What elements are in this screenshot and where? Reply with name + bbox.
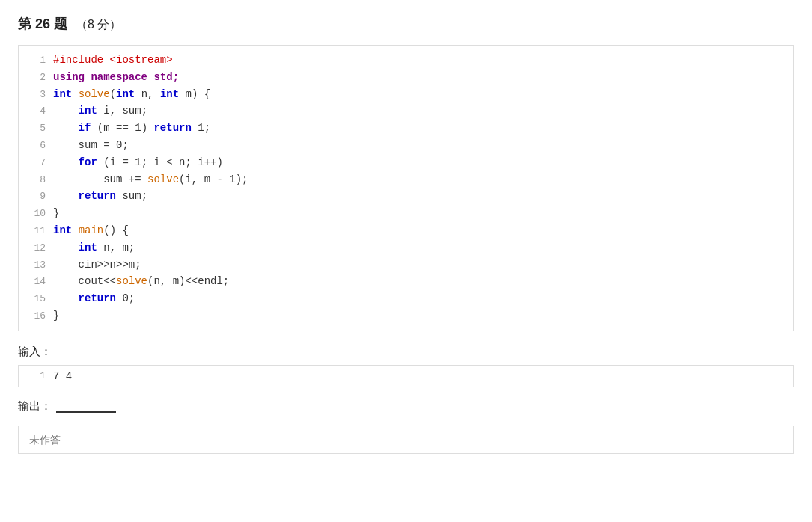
question-title: 第 26 题 （8 分）: [18, 15, 794, 33]
code-line: 14 cout<<solve(n, m)<<endl;: [19, 273, 793, 290]
line-number: 13: [25, 258, 46, 274]
question-number: 第 26 题: [18, 16, 67, 31]
answer-input[interactable]: [18, 426, 794, 454]
line-number: 11: [25, 224, 46, 239]
code-line: 10}: [19, 205, 793, 222]
code-block: 1#include <iostream>2using namespace std…: [18, 45, 794, 331]
code-text: if (m == 1) return 1;: [53, 120, 210, 136]
line-number: 6: [25, 138, 46, 154]
code-text: }: [53, 307, 59, 324]
line-number: 10: [25, 206, 46, 222]
code-line: 1#include <iostream>: [19, 52, 793, 69]
code-line: 15 return 0;: [19, 290, 793, 307]
code-text: using namespace std;: [53, 69, 179, 85]
code-line: 5 if (m == 1) return 1;: [19, 120, 793, 137]
code-text: sum += solve(i, m - 1);: [53, 171, 248, 188]
code-text: return 0;: [53, 290, 135, 307]
code-text: int i, sum;: [53, 102, 147, 119]
line-number: 7: [25, 156, 46, 171]
code-line: 8 sum += solve(i, m - 1);: [19, 171, 793, 188]
code-line: 4 int i, sum;: [19, 102, 793, 120]
line-number: 3: [25, 87, 46, 103]
line-number: 4: [25, 104, 46, 120]
input-label: 输入：: [18, 345, 794, 359]
code-line: 11int main() {: [19, 222, 793, 239]
line-number: 14: [25, 274, 46, 290]
output-underline: [56, 399, 116, 413]
code-text: for (i = 1; i < n; i++): [53, 154, 223, 171]
code-text: }: [53, 205, 59, 221]
line-number: 12: [25, 241, 46, 257]
line-number: 9: [25, 189, 46, 205]
line-number: 16: [25, 309, 46, 325]
code-line: 9 return sum;: [19, 188, 793, 205]
question-score: （8 分）: [76, 18, 121, 31]
line-number: 8: [25, 173, 46, 188]
output-label: 输出：: [18, 399, 52, 414]
code-text: int main() {: [53, 222, 129, 239]
line-number: 5: [25, 121, 46, 137]
code-text: #include <iostream>: [53, 52, 173, 68]
code-text: sum = 0;: [53, 137, 129, 153]
code-line: 7 for (i = 1; i < n; i++): [19, 154, 793, 171]
line-number: 15: [25, 292, 46, 307]
code-text: cout<<solve(n, m)<<endl;: [53, 273, 229, 289]
output-section: 输出：: [18, 399, 794, 414]
code-text: int n, m;: [53, 239, 135, 256]
code-text: cin>>n>>m;: [53, 257, 141, 273]
input-block: 1 7 4: [18, 365, 794, 387]
code-line: 3int solve(int n, int m) {: [19, 86, 793, 103]
code-text: return sum;: [53, 188, 147, 204]
code-line: 6 sum = 0;: [19, 137, 793, 154]
code-line: 16}: [19, 307, 793, 325]
code-line: 12 int n, m;: [19, 239, 793, 257]
code-line: 13 cin>>n>>m;: [19, 257, 793, 274]
code-text: int solve(int n, int m) {: [53, 86, 210, 102]
line-number: 2: [25, 70, 46, 86]
line-number: 1: [25, 53, 46, 69]
input-value: 7 4: [53, 370, 72, 382]
code-line: 2using namespace std;: [19, 69, 793, 86]
input-line-num: 1: [25, 370, 46, 381]
